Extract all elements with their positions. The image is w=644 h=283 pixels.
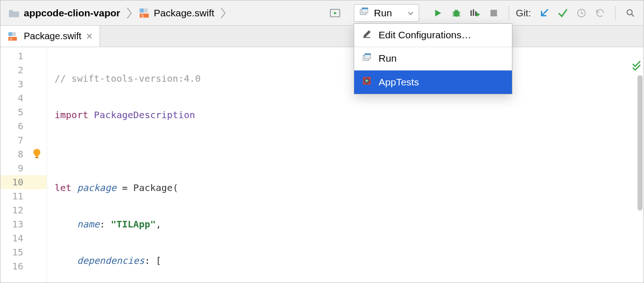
intention-bulb-icon[interactable] — [32, 148, 42, 163]
line-number: 15 — [0, 245, 47, 259]
svg-rect-10 — [365, 53, 371, 55]
git-label: Git: — [516, 7, 531, 19]
run-configuration-selector[interactable]: Run Edit Configurations… Ru — [354, 4, 419, 22]
line-number-gutter: 1 2 3 4 5 6 7 8 9 10 11 12 13 14 15 16 — [0, 47, 47, 283]
dropdown-item-label: Run — [378, 53, 397, 64]
line-number: 3 — [0, 77, 47, 91]
svg-rect-0 — [140, 8, 144, 13]
chevron-right-icon — [126, 7, 133, 20]
breadcrumb-file[interactable]: S Package.swift — [135, 6, 217, 20]
svg-point-15 — [627, 9, 632, 14]
breadcrumb: appcode-clion-vapor S Package.swift — [5, 0, 226, 25]
dropdown-edit-configurations[interactable]: Edit Configurations… — [354, 24, 512, 47]
breadcrumb-file-label: Package.swift — [154, 7, 215, 19]
toolbar: appcode-clion-vapor S Package.swift — [0, 0, 644, 26]
editor-tab-label: Package.swift — [24, 31, 81, 42]
line-number: 14 — [0, 231, 47, 245]
svg-text:S: S — [10, 37, 12, 41]
svg-rect-20 — [35, 157, 38, 158]
vcs-update-button[interactable] — [536, 5, 553, 21]
editor-tab[interactable]: S Package.swift ✕ — [0, 26, 100, 47]
svg-rect-1 — [143, 8, 147, 13]
line-number: 4 — [0, 91, 47, 105]
dropdown-run[interactable]: Run — [354, 47, 512, 71]
windows-icon — [359, 7, 369, 19]
code-text: import — [55, 109, 88, 120]
svg-text:S: S — [141, 13, 144, 18]
run-configuration-label: Run — [374, 7, 392, 19]
code-text: "TILApp" — [111, 219, 155, 230]
debug-button[interactable] — [448, 5, 465, 21]
editor-tabstrip: S Package.swift ✕ — [0, 26, 644, 47]
line-number: 9 — [0, 161, 47, 175]
line-number: 2 — [0, 63, 47, 77]
search-everywhere-button[interactable] — [622, 5, 639, 21]
dropdown-item-label: AppTests — [378, 77, 419, 88]
code-text: let — [55, 182, 71, 193]
line-number: 10 — [0, 175, 47, 189]
run-with-coverage-button[interactable] — [467, 5, 483, 21]
code-text: name — [77, 219, 99, 230]
chevron-right-icon — [220, 7, 226, 20]
chevron-down-icon — [407, 8, 414, 18]
editor: 1 2 3 4 5 6 7 8 9 10 11 12 13 14 15 16 /… — [0, 47, 644, 283]
swift-file-icon: S — [7, 30, 19, 42]
svg-rect-13 — [490, 10, 497, 16]
line-number: 12 — [0, 203, 47, 217]
line-number: 7 — [0, 133, 47, 147]
code-text: = Package( — [116, 182, 178, 193]
vcs-commit-button[interactable] — [554, 5, 571, 21]
line-number: 1 — [0, 49, 47, 63]
dropdown-apptests[interactable]: AppTests — [354, 71, 512, 94]
run-configuration-dropdown: Edit Configurations… Run — [354, 23, 512, 94]
breadcrumb-project-label: appcode-clion-vapor — [24, 7, 120, 19]
toolbar-separator — [509, 6, 509, 20]
svg-rect-16 — [8, 32, 12, 36]
run-file-button[interactable] — [327, 5, 343, 21]
windows-icon — [362, 52, 372, 65]
run-button[interactable] — [429, 5, 446, 21]
code-text: package — [77, 182, 116, 193]
line-number: 16 — [0, 259, 47, 273]
close-tab-button[interactable]: ✕ — [86, 31, 93, 42]
editor-scrollbar-thumb[interactable] — [637, 75, 643, 211]
code-area[interactable]: // swift-tools-version:4.0 import Packag… — [47, 47, 644, 283]
stop-button[interactable] — [485, 5, 502, 21]
test-target-icon — [362, 76, 372, 88]
line-number: 6 — [0, 119, 47, 133]
dropdown-item-label: Edit Configurations… — [378, 29, 471, 41]
swift-file-icon: S — [138, 7, 150, 19]
line-number: 13 — [0, 217, 47, 231]
pencil-icon — [362, 29, 372, 42]
toolbar-separator — [615, 6, 616, 20]
code-text: PackageDescription — [94, 109, 195, 120]
line-number: 5 — [0, 105, 47, 119]
inspection-ok-icon[interactable] — [598, 49, 642, 85]
history-button[interactable] — [573, 5, 590, 21]
svg-rect-7 — [362, 8, 368, 9]
folder-icon — [8, 8, 20, 18]
svg-rect-17 — [12, 32, 16, 36]
code-text: // swift-tools-version:4.0 — [55, 73, 201, 84]
revert-button[interactable] — [592, 5, 609, 21]
code-text: dependencies — [77, 255, 145, 266]
breadcrumb-project[interactable]: appcode-clion-vapor — [5, 7, 123, 20]
line-number: 11 — [0, 189, 47, 203]
